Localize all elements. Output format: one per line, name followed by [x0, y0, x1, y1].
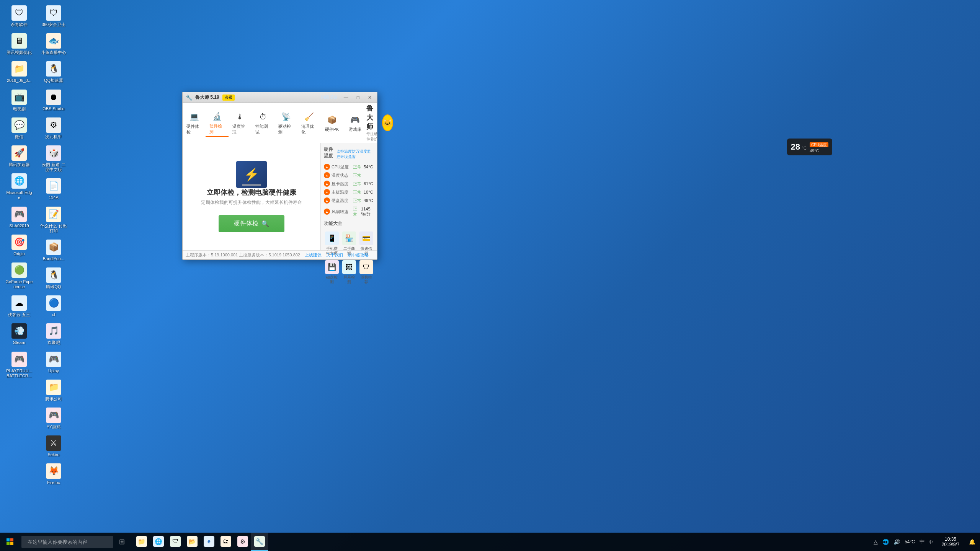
desktop-icon-sla[interactable]: 🎮 SLA02019: [4, 205, 34, 230]
temp-detail-link[interactable]: 监控温度防万温度监控环境危害: [336, 149, 374, 160]
cpu-temp-icon: ▲: [324, 164, 330, 170]
toolbar-hardware-detect[interactable]: 🔬 硬件检测: [206, 109, 229, 137]
desktop-icon-antivirus[interactable]: 🛡 杀毒软件: [4, 4, 34, 29]
desktop-icon-uplay[interactable]: 🎮 Uplay: [38, 350, 69, 375]
desktop-icon-tencent-video[interactable]: 🖥 腾讯视频优化: [4, 32, 34, 57]
task-view-icon: ⊞: [119, 538, 125, 546]
temp-item-mobo: ▲ 主板温度 正常 10°C: [324, 189, 374, 195]
func-item-disk[interactable]: 💾 磁盘检测: [324, 259, 340, 286]
desktop-icon-sekiro[interactable]: ⚔ Sekiro: [38, 434, 69, 459]
taskbar-search-input[interactable]: [21, 536, 113, 548]
toolbar-games[interactable]: 🎮 游戏库: [343, 112, 366, 134]
desktop-icon-steam[interactable]: 💨 Steam: [4, 322, 34, 347]
desktop-icon-tv[interactable]: 📺 电视剧: [4, 88, 34, 113]
status-temp-label: 温度状态: [332, 173, 351, 178]
upload-suggest-link[interactable]: 上线建议: [305, 252, 322, 258]
toolbar-pk[interactable]: 📦 硬件PK: [320, 112, 343, 134]
tray-volume-icon[interactable]: 🔊: [892, 539, 902, 545]
taskbar-app-control[interactable]: ⚙: [234, 533, 251, 551]
func-item-recommend[interactable]: 🛡 驱机推荐: [358, 259, 374, 286]
main-panel-title: 立即体检，检测电脑硬件健康: [207, 188, 296, 197]
toolbar-hardware-check[interactable]: 💻 硬件体检: [183, 109, 206, 137]
hdd-temp-label: 硬盘温度: [332, 198, 351, 204]
desktop-icon-origin[interactable]: 🎯 Origin: [4, 233, 34, 258]
mobo-temp-icon: ▲: [324, 189, 330, 195]
tray-ime-icon[interactable]: 中: [918, 538, 926, 545]
desktop-icon-360safe[interactable]: 🛡 360安全卫士: [38, 4, 69, 29]
gpu-temp-value: 61°C: [364, 181, 373, 186]
toolbar-right: 鲁大师 专注硬件养护 🐱: [366, 104, 396, 142]
taskbar: ⊞ 📁 🌐 🛡 📂 e 🗂 ⚙: [0, 533, 980, 551]
desktop-icon-tencent-folder[interactable]: 📁 腾讯公司: [38, 378, 69, 403]
mobo-temp-label: 主板温度: [332, 189, 351, 195]
about-link[interactable]: 关于我们: [326, 252, 343, 258]
taskbar-app-files[interactable]: 🗂: [217, 533, 234, 551]
desktop-icon-yygames[interactable]: 🎮 YY游戏: [38, 406, 69, 431]
strategy-link[interactable]: 刷中签攻略: [348, 252, 369, 258]
desktop-icon-bandi[interactable]: 📦 BandiYun...: [38, 238, 69, 263]
func-disk-label: 磁盘检测: [325, 275, 339, 284]
toolbar-perf-label: 性能测试: [255, 124, 271, 135]
cpu-temp-number: 28: [791, 142, 800, 152]
titlebar-links: 问题反馈 — □ ✕: [321, 94, 374, 101]
desktop-icon-huanjiao[interactable]: 🎵 欢聚吧: [38, 322, 69, 347]
mobile-icon: 📱: [325, 231, 339, 245]
desktop-icon-qqboost[interactable]: 🐧 QQ加速器: [38, 60, 69, 85]
toolbar-clean[interactable]: 🧹 清理优化: [297, 109, 320, 137]
desktop-icon-folder[interactable]: 📁 2019_06_0...: [4, 60, 34, 85]
func-screen-label: 屏幕检测: [342, 275, 356, 284]
minimize-button[interactable]: —: [341, 94, 351, 101]
taskbar-app-ie[interactable]: e: [201, 533, 217, 551]
temp-icon: 🌡: [234, 111, 246, 123]
desktop-icon-notes[interactable]: 📝 什么什么 付出打印: [38, 205, 69, 235]
clock-area[interactable]: 10:35 2019/9/7: [935, 536, 966, 547]
files-icon: 🗂: [220, 536, 231, 547]
desktop-icon-edge[interactable]: 🌐 Microsoft Edge: [4, 172, 34, 202]
hardware-check-button[interactable]: 硬件体检 🔍: [219, 215, 284, 232]
toolbar-driver[interactable]: 📡 驱动检测: [274, 109, 297, 137]
desktop-icon-cf[interactable]: 🔵 cf: [38, 294, 69, 319]
fan-label: 风扇转速: [332, 209, 351, 215]
desktop-icon-game2[interactable]: 🎲 云图:新遊 二度中文版: [38, 144, 69, 174]
taskbar-app-chrome[interactable]: 🌐: [150, 533, 167, 551]
tray-network-icon[interactable]: 🌐: [881, 539, 890, 545]
desktop-icon-firefox[interactable]: 🦊 Firefox: [38, 462, 69, 487]
recommend-icon: 🛡: [359, 260, 373, 274]
desktop-icon-live[interactable]: 🐟 斗鱼直播中心: [38, 32, 69, 57]
mobo-temp-value: 10°C: [364, 190, 373, 194]
desktop-icon-qq[interactable]: 🐧 腾讯QQ: [38, 266, 69, 291]
desktop-icon-txt[interactable]: 📄 114A: [38, 177, 69, 202]
task-view-button[interactable]: ⊞: [113, 533, 130, 551]
toolbar-games-label: 游戏库: [349, 127, 361, 132]
close-button[interactable]: ✕: [366, 94, 374, 101]
func-item-screen[interactable]: 🖼 屏幕检测: [341, 259, 357, 286]
hardware-icon-container: ⚡: [236, 161, 267, 188]
desktop: 🛡 杀毒软件 🖥 腾讯视频优化 📁 2019_06_0... 📺 电视剧 💬 微…: [0, 0, 980, 551]
notification-icon[interactable]: 🔔: [967, 539, 977, 545]
logo-text: 鲁大师: [366, 104, 379, 131]
desktop-icon-obs[interactable]: ⏺ OBS Studio: [38, 88, 69, 113]
filemanager-icon: 📁: [136, 536, 147, 547]
func-recommend-label: 驱机推荐: [359, 275, 373, 284]
desktop-icon-tencent-booster[interactable]: 🚀 腾讯加速器: [4, 144, 34, 169]
toolbar-temp[interactable]: 🌡 温度管理: [229, 109, 252, 137]
taskbar-app-folder[interactable]: 📂: [184, 533, 201, 551]
desktop-icon-wechat[interactable]: 💬 微信: [4, 116, 34, 141]
restore-button[interactable]: □: [354, 94, 362, 101]
ie-icon: e: [204, 536, 214, 547]
start-button[interactable]: [0, 533, 20, 551]
toolbar-perf[interactable]: ⏱ 性能测试: [252, 109, 274, 137]
lightning-icon: ⚡: [244, 167, 259, 182]
taskbar-app-filemanager[interactable]: 📁: [133, 533, 150, 551]
tray-ime-label[interactable]: 中: [928, 539, 934, 545]
desktop-icon-playerunknown[interactable]: 🎮 PLAYERUU... BATTLECR...: [4, 350, 34, 380]
taskbar-app-360[interactable]: 🛡: [167, 533, 184, 551]
desktop-icon-geforce[interactable]: 🟢 GeForce Experience: [4, 261, 34, 291]
tray-expand-icon[interactable]: △: [872, 539, 879, 545]
taskbar-app-ludashi[interactable]: 🔧: [251, 533, 268, 551]
temp-item-status: ▲ 温度状态 正常: [324, 172, 374, 178]
desktop-icon-robot[interactable]: ⚙ 次元机甲: [38, 116, 69, 141]
desktop-icon-cloud[interactable]: ☁ 侠客云 五三: [4, 294, 34, 319]
user-avatar[interactable]: 🐱: [382, 114, 393, 131]
feedback-link[interactable]: 问题反馈: [321, 95, 338, 100]
